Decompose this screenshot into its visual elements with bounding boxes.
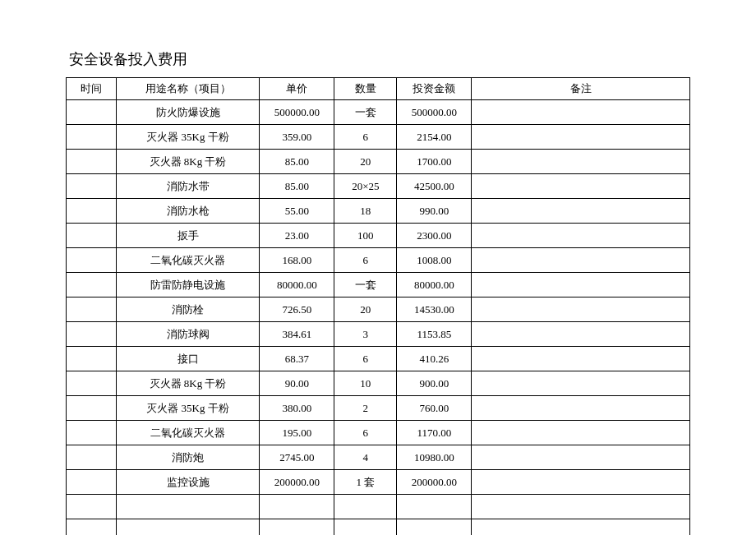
cell-name: 消防水带: [116, 174, 260, 199]
cell-qty: 3: [334, 322, 397, 347]
table-row: 消防球阀384.6131153.85: [67, 322, 690, 347]
cell-time: [67, 174, 117, 199]
table-row: 灭火器 8Kg 干粉90.0010900.00: [67, 371, 690, 396]
cell-name: 防火防爆设施: [116, 100, 260, 125]
cell-time: [67, 347, 117, 371]
cell-name: 消防炮: [116, 445, 260, 470]
table-row: 灭火器 35Kg 干粉380.002760.00: [67, 396, 690, 421]
table-row: 扳手23.001002300.00: [67, 224, 690, 248]
cell-time: [67, 421, 117, 445]
cell-amount: 80000.00: [397, 273, 472, 297]
table-row: 接口68.376410.26: [67, 347, 690, 371]
cell-amount: [397, 519, 472, 536]
cell-qty: 2: [334, 396, 397, 421]
cell-amount: [397, 495, 472, 519]
cell-price: 23.00: [260, 224, 334, 248]
cell-price: 359.00: [260, 125, 334, 150]
cell-remarks: [472, 347, 690, 371]
cell-price: 85.00: [260, 174, 334, 199]
cell-time: [67, 224, 117, 248]
header-price: 单价: [260, 78, 334, 100]
cell-qty: 4: [334, 445, 397, 470]
cell-price: 380.00: [260, 396, 334, 421]
cell-price: 80000.00: [260, 273, 334, 297]
cell-price: 384.61: [260, 322, 334, 347]
cell-amount: 410.26: [397, 347, 472, 371]
cell-time: [67, 371, 117, 396]
cell-name: 灭火器 35Kg 干粉: [116, 396, 260, 421]
cell-name: 防雷防静电设施: [116, 273, 260, 297]
cell-name: 二氧化碳灭火器: [116, 421, 260, 445]
table-row: 防火防爆设施500000.00一套500000.00: [67, 100, 690, 125]
cell-qty: [334, 519, 397, 536]
cell-qty: 1 套: [334, 470, 397, 495]
cell-amount: 14530.00: [397, 297, 472, 322]
cell-price: 55.00: [260, 199, 334, 224]
table-row: 灭火器 35Kg 干粉359.0062154.00: [67, 125, 690, 150]
cell-remarks: [472, 495, 690, 519]
cell-price: 195.00: [260, 421, 334, 445]
cell-time: [67, 519, 117, 536]
cell-remarks: [472, 297, 690, 322]
cell-qty: 6: [334, 125, 397, 150]
cell-qty: [334, 495, 397, 519]
cell-time: [67, 125, 117, 150]
cell-price: 68.37: [260, 347, 334, 371]
table-row: 防雷防静电设施80000.00一套80000.00: [67, 273, 690, 297]
cell-time: [67, 150, 117, 174]
cell-amount: 1700.00: [397, 150, 472, 174]
cell-time: [67, 470, 117, 495]
cell-name: [116, 495, 260, 519]
cell-price: [260, 519, 334, 536]
cell-time: [67, 100, 117, 125]
cell-price: 168.00: [260, 248, 334, 273]
cell-amount: 500000.00: [397, 100, 472, 125]
header-name: 用途名称（项目）: [116, 78, 260, 100]
table-row: 二氧化碳灭火器168.0061008.00: [67, 248, 690, 273]
table-row: 灭火器 8Kg 干粉85.00201700.00: [67, 150, 690, 174]
cell-amount: 990.00: [397, 199, 472, 224]
cell-name: 二氧化碳灭火器: [116, 248, 260, 273]
cell-price: 726.50: [260, 297, 334, 322]
equipment-table: 时间 用途名称（项目） 单价 数量 投资金额 备注 防火防爆设施500000.0…: [66, 77, 690, 535]
cell-price: 500000.00: [260, 100, 334, 125]
cell-name: 消防水枪: [116, 199, 260, 224]
cell-amount: 1008.00: [397, 248, 472, 273]
cell-qty: 100: [334, 224, 397, 248]
table-row: 监控设施200000.001 套200000.00: [67, 470, 690, 495]
cell-time: [67, 248, 117, 273]
page-title: 安全设备投入费用: [69, 49, 690, 69]
cell-name: 消防球阀: [116, 322, 260, 347]
cell-amount: 2300.00: [397, 224, 472, 248]
table-row: 消防水带85.0020×2542500.00: [67, 174, 690, 199]
cell-remarks: [472, 224, 690, 248]
header-amount: 投资金额: [397, 78, 472, 100]
cell-name: 消防栓: [116, 297, 260, 322]
cell-remarks: [472, 519, 690, 536]
header-remarks: 备注: [472, 78, 690, 100]
cell-time: [67, 445, 117, 470]
cell-qty: 一套: [334, 273, 397, 297]
cell-remarks: [472, 322, 690, 347]
cell-price: 85.00: [260, 150, 334, 174]
table-row: [67, 495, 690, 519]
cell-remarks: [472, 396, 690, 421]
cell-amount: 760.00: [397, 396, 472, 421]
cell-qty: 6: [334, 248, 397, 273]
cell-remarks: [472, 125, 690, 150]
cell-remarks: [472, 100, 690, 125]
cell-name: 灭火器 8Kg 干粉: [116, 150, 260, 174]
cell-qty: 6: [334, 421, 397, 445]
cell-qty: 18: [334, 199, 397, 224]
cell-price: 200000.00: [260, 470, 334, 495]
cell-amount: 1153.85: [397, 322, 472, 347]
cell-remarks: [472, 273, 690, 297]
cell-time: [67, 322, 117, 347]
cell-amount: 10980.00: [397, 445, 472, 470]
cell-price: 90.00: [260, 371, 334, 396]
table-row: [67, 519, 690, 536]
cell-amount: 200000.00: [397, 470, 472, 495]
cell-time: [67, 396, 117, 421]
cell-amount: 2154.00: [397, 125, 472, 150]
cell-qty: 一套: [334, 100, 397, 125]
